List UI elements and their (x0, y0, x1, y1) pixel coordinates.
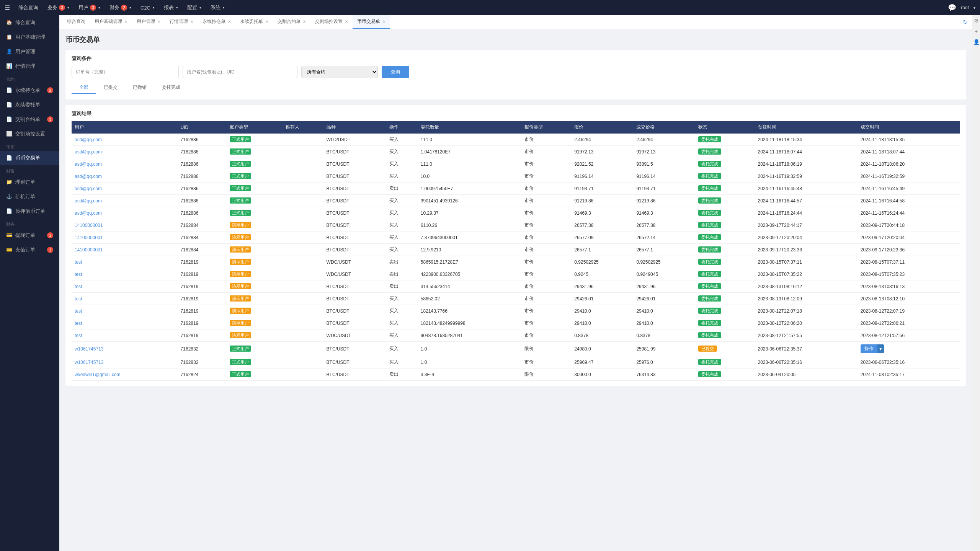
cell-product: BTC/USDT (323, 244, 387, 256)
user-link[interactable]: asd@qq.com (75, 174, 102, 179)
sidebar-item-矿机订单[interactable]: ⚓ 矿机订单 (0, 189, 59, 204)
user-link[interactable]: 14100000001 (75, 235, 103, 240)
tab-交割合约单[interactable]: 交割合约单 ✕ (273, 15, 310, 29)
cell-product: BTC/USDT (323, 146, 387, 158)
user-link[interactable]: 14100000001 (75, 247, 103, 253)
tab-close-行情管理[interactable]: ✕ (190, 20, 193, 24)
operation-button[interactable]: 操作 (861, 344, 877, 353)
nav-item-业务[interactable]: 业务 3 ▾ (44, 3, 73, 13)
user-link[interactable]: asd@qq.com (75, 210, 102, 216)
sidebar-item-理财订单[interactable]: 📁 理财订单 (0, 175, 59, 189)
user-link[interactable]: asd@qq.com (75, 186, 102, 191)
user-link[interactable]: asd@qq.com (75, 149, 102, 155)
tab-close-交割场控设置[interactable]: ✕ (345, 20, 348, 24)
user-link[interactable]: test (75, 308, 82, 314)
tab-close-用户管理[interactable]: ✕ (157, 20, 160, 24)
right-bar-settings-icon[interactable]: ⚙ (973, 15, 980, 26)
tab-close-永续委托单[interactable]: ✕ (265, 20, 268, 24)
user-link[interactable]: test (75, 333, 82, 338)
sidebar-item-充值订单[interactable]: 💳 充值订单 1 (0, 243, 59, 257)
tab-bar-right: ↻ (961, 17, 969, 27)
cell-uid: 7162819 (178, 280, 227, 293)
sidebar-item-永续委托单[interactable]: 📄 永续委托单 (0, 98, 59, 112)
user-link[interactable]: w1061745713 (75, 346, 103, 352)
cell-account-type: 演示用户 (227, 305, 283, 317)
user-link[interactable]: asd@qq.com (75, 161, 102, 167)
cell-product: BTC/USDT (323, 280, 387, 293)
sidebar-item-永续持仓单[interactable]: 📄 永续持仓单 2 (0, 83, 59, 98)
cell-uid: 7162886 (178, 146, 227, 158)
user-link[interactable]: 14100000001 (75, 223, 103, 228)
cell-uid: 7162884 (178, 244, 227, 256)
tab-永续持仓单[interactable]: 永续持仓单 ✕ (198, 15, 235, 29)
sidebar-item-综合查询[interactable]: 🏠 综合查询 (0, 15, 59, 30)
right-bar-plus-icon[interactable]: + (974, 26, 978, 37)
cell-uid: 7162819 (178, 317, 227, 329)
cell-deal-time: 2023-08-12T21:57:56 (858, 329, 960, 342)
tab-close-永续持仓单[interactable]: ✕ (228, 20, 231, 24)
filter-tab-已提交[interactable]: 已提交 (96, 82, 125, 94)
nav-item-C2C[interactable]: C2C ▾ (137, 3, 158, 12)
sidebar-item-提现订单[interactable]: 💳 提现订单 1 (0, 228, 59, 243)
sidebar-item-币币交易单[interactable]: 📄 币币交易单 (0, 151, 59, 165)
sidebar-item-行情管理[interactable]: 📊 行情管理 (0, 59, 59, 73)
nav-item-报表[interactable]: 报表 ▾ (160, 3, 182, 13)
user-link[interactable]: wxedwin1@gmail.com (75, 372, 121, 377)
filter-tab-委托完成[interactable]: 委托完成 (154, 82, 188, 94)
user-link[interactable]: test (75, 284, 82, 289)
tab-close-交割合约单[interactable]: ✕ (303, 20, 306, 24)
tab-综合查询[interactable]: 综合查询 (62, 15, 90, 29)
col-account-type: 账户类型 (227, 121, 283, 134)
search-button[interactable]: 查询 (382, 66, 409, 78)
page-title: 币币交易单 (65, 35, 966, 44)
filter-tab-全部[interactable]: 全部 (72, 82, 96, 94)
sidebar-item-用户管理[interactable]: 👤 用户管理 (0, 44, 59, 59)
filter-tab-已撤销[interactable]: 已撤销 (125, 82, 154, 94)
status-badge: 委托完成 (698, 246, 721, 253)
results-title: 查询结果 (72, 110, 960, 117)
contract-select[interactable]: 所有合约 (301, 66, 378, 78)
user-link[interactable]: test (75, 296, 82, 302)
tab-用户管理[interactable]: 用户管理 ✕ (132, 15, 165, 29)
table-row: asd@qq.com 7162886 正式用户 BTC/USDT 买入 10.0… (72, 170, 960, 183)
tab-币币交易单[interactable]: 币币交易单 ✕ (353, 15, 390, 29)
cell-status: 委托完成 (695, 207, 755, 219)
tab-行情管理[interactable]: 行情管理 ✕ (165, 15, 198, 29)
user-link[interactable]: test (75, 272, 82, 277)
user-input[interactable] (183, 66, 297, 78)
user-link[interactable]: test (75, 259, 82, 265)
user-link[interactable]: asd@qq.com (75, 198, 102, 204)
right-bar-person-icon[interactable]: 👤 (972, 37, 980, 47)
operation-arrow-button[interactable]: ▾ (877, 344, 884, 353)
sidebar-item-质押借币订单[interactable]: 📄 质押借币订单 (0, 204, 59, 218)
cell-user: asd@qq.com (72, 146, 178, 158)
chat-icon[interactable]: 💬 (948, 3, 956, 12)
cell-referrer (283, 158, 323, 170)
user-label[interactable]: root (961, 5, 969, 10)
sidebar-item-交割合约单[interactable]: 📄 交割合约单 1 (0, 112, 59, 127)
cell-price: 29410.0 (571, 305, 633, 317)
order-no-input[interactable] (72, 66, 179, 78)
cell-create-time: 2023-08-15T07:37:11 (755, 256, 858, 268)
account-type-badge: 演示用户 (230, 332, 251, 338)
tab-close-币币交易单[interactable]: ✕ (382, 20, 385, 24)
nav-item-系统[interactable]: 系统 ▾ (207, 3, 229, 13)
tab-永续委托单[interactable]: 永续委托单 ✕ (235, 15, 273, 29)
nav-item-配置[interactable]: 配置 ▾ (183, 3, 205, 13)
tab-close-用户基础管理[interactable]: ✕ (124, 20, 127, 24)
nav-item-用户[interactable]: 用户 3 ▾ (75, 3, 104, 13)
tab-label: 用户管理 (137, 18, 155, 25)
user-link[interactable]: w1061745713 (75, 360, 103, 365)
cell-status: 委托完成 (695, 317, 755, 329)
nav-item-综合查询[interactable]: 综合查询 (15, 3, 42, 13)
user-link[interactable]: asd@qq.com (75, 137, 102, 142)
tab-用户基础管理[interactable]: 用户基础管理 ✕ (90, 15, 132, 29)
user-link[interactable]: test (75, 321, 82, 326)
refresh-icon[interactable]: ↻ (961, 17, 969, 27)
tab-交割场控设置[interactable]: 交割场控设置 ✕ (310, 15, 353, 29)
nav-item-财务[interactable]: 财务 2 ▾ (106, 3, 135, 13)
sidebar-item-用户基础管理[interactable]: 📋 用户基础管理 (0, 30, 59, 44)
menu-icon[interactable]: ☰ (5, 4, 10, 11)
sidebar-item-交割场控设置[interactable]: ⬜ 交割场控设置 (0, 127, 59, 141)
cell-account-type: 正式用户 (227, 183, 283, 195)
